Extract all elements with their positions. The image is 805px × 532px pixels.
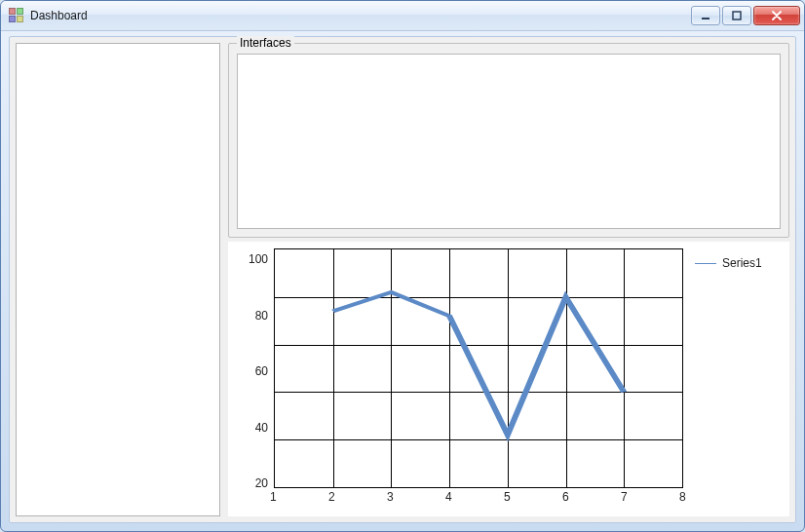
titlebar[interactable]: Dashboard [1,1,804,31]
legend-item-series1: Series1 [695,256,777,270]
app-window: Dashboard Interfaces [0,0,805,532]
close-button[interactable] [753,6,800,25]
minimize-button[interactable] [691,6,720,25]
interfaces-label: Interfaces [237,36,294,50]
y-tick: 100 [235,252,268,266]
maximize-icon [732,11,742,20]
close-icon [771,11,783,20]
chart-area: 100 80 60 40 20 12345 [228,242,789,516]
window-title: Dashboard [30,9,88,22]
interfaces-groupbox: Interfaces [228,43,789,238]
y-tick: 40 [235,421,268,435]
interfaces-panel[interactable] [237,54,781,229]
window-controls [691,6,800,25]
minimize-icon [701,11,710,20]
legend-label: Series1 [722,256,762,270]
app-icon [9,8,24,23]
client-area: Interfaces 100 80 60 40 20 [9,36,796,523]
maximize-button[interactable] [722,6,751,25]
left-list-panel[interactable] [16,43,220,516]
chart-legend: Series1 [683,248,781,512]
chart-plot [274,248,683,488]
svg-rect-1 [733,12,741,19]
legend-swatch-icon [695,263,716,264]
y-tick: 80 [235,309,268,323]
y-tick: 60 [235,364,268,378]
chart-line-svg [275,249,682,487]
chart-y-axis: 100 80 60 40 20 [235,248,274,512]
chart-x-axis: 12345678 [274,488,683,512]
svg-rect-0 [702,18,709,19]
y-tick: 20 [235,476,268,490]
